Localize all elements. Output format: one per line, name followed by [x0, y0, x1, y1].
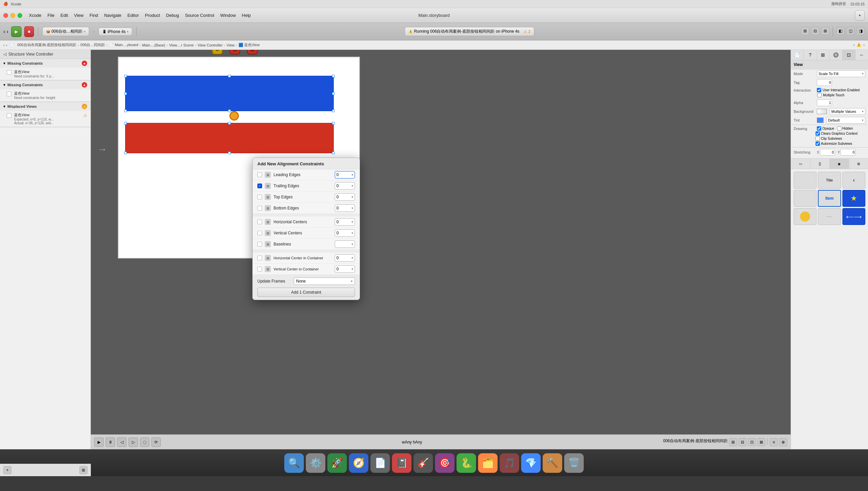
popup-row-baselines[interactable]: ⊠ Baselines ▾: [253, 239, 360, 250]
vc-icon-1[interactable]: ⊙: [212, 50, 223, 55]
preview-back-cell[interactable]: ‹: [842, 172, 865, 189]
red-handle-tl[interactable]: [124, 122, 127, 124]
bc-left[interactable]: ‹: [3, 43, 5, 47]
vcont-value[interactable]: 0▾: [335, 265, 355, 273]
bottom-checkbox[interactable]: [257, 206, 262, 210]
leading-value[interactable]: 0▾: [335, 171, 355, 178]
bc-right[interactable]: ›: [6, 43, 7, 47]
bc-item-1[interactable]: 006自动布局案例-底部按钮相同间距: [17, 42, 76, 48]
opaque-cb[interactable]: [817, 126, 821, 131]
bg-select[interactable]: Multiple Values ▾: [830, 108, 865, 115]
popup-row-bottom[interactable]: ⊠ Bottom Edges 0▾: [253, 203, 360, 214]
preview-gold-circle[interactable]: [800, 211, 810, 222]
canvas-icon-1[interactable]: ⊞: [729, 438, 737, 446]
bc-forward-btn[interactable]: ›: [863, 43, 865, 47]
location-btn[interactable]: ◌: [140, 437, 149, 447]
clip-cb[interactable]: [815, 136, 820, 141]
canvas-icon-4[interactable]: ⊠: [757, 438, 765, 446]
red-handle-tm[interactable]: [228, 122, 231, 124]
insp-attr-icon[interactable]: 🔘: [830, 50, 842, 60]
trailing-checkbox[interactable]: ✓: [257, 183, 262, 188]
tint-select[interactable]: Default ▾: [826, 117, 865, 123]
insp-quick-icon[interactable]: ?: [804, 50, 816, 60]
insp-size-icon[interactable]: ⊡: [842, 50, 855, 60]
bc-item-3[interactable]: 📄 Main....yboard: [109, 43, 138, 47]
bc-item-8[interactable]: 🟦 蓝色View: [239, 42, 260, 48]
baselines-value[interactable]: ▾: [335, 240, 355, 248]
insp-connect-icon[interactable]: ←: [856, 50, 868, 60]
dock-launchpad[interactable]: 🚀: [327, 453, 347, 473]
mode-control[interactable]: Scale To Fill ▾: [817, 70, 865, 77]
handle-bm[interactable]: [228, 110, 231, 112]
missing-1-item-1[interactable]: 蓝色View Need constraints for: X p...: [0, 68, 91, 80]
scheme-selector[interactable]: 📦 006自动…相同距 ▾: [42, 27, 89, 36]
popup-row-hcont[interactable]: ⊠ Horizontal Center in Container 0▾: [253, 253, 360, 264]
canvas-icon-2[interactable]: ⊟: [739, 438, 747, 446]
leading-checkbox[interactable]: [257, 172, 262, 177]
add-button[interactable]: +: [855, 10, 865, 21]
menu-navigate[interactable]: Navigate: [101, 12, 124, 19]
hcenter-value[interactable]: 0▾: [335, 218, 355, 226]
canvas-icon-5[interactable]: ≡: [770, 438, 778, 446]
menu-xcode[interactable]: Xcode: [26, 12, 44, 19]
show-navigator[interactable]: ◧: [836, 27, 844, 35]
back-nav[interactable]: ‹: [3, 29, 5, 35]
preview-title-cell[interactable]: Title: [818, 172, 841, 189]
play-btn[interactable]: ▶: [94, 437, 104, 447]
device-selector[interactable]: 📱 iPhone 4s ▾: [99, 28, 132, 36]
preview-arrows-cell[interactable]: ⟵⟶: [842, 208, 865, 225]
tint-swatch[interactable]: [817, 118, 824, 123]
red-handle-bl[interactable]: [124, 151, 127, 154]
missing-1-header[interactable]: ▾ Missing Constraints ●: [0, 59, 91, 68]
bc-back-btn[interactable]: ‹: [854, 43, 855, 47]
menu-find[interactable]: Find: [87, 12, 101, 19]
stretch-x[interactable]: [820, 149, 835, 155]
hidden-cb[interactable]: [837, 126, 841, 131]
canvas-icon-6[interactable]: ⊕: [779, 438, 787, 446]
step-fwd-btn[interactable]: ▷: [128, 437, 138, 447]
clears-cb[interactable]: [815, 131, 820, 136]
baselines-checkbox[interactable]: [257, 242, 262, 247]
show-utilities[interactable]: ◨: [857, 27, 865, 35]
bc-item-5[interactable]: View....r Scene: [169, 43, 194, 47]
connection-dot[interactable]: [229, 111, 239, 121]
dock-trash[interactable]: 🗑️: [564, 453, 584, 473]
hcenter-checkbox[interactable]: [257, 220, 262, 224]
handle-ml[interactable]: [124, 92, 127, 95]
menu-edit[interactable]: Edit: [58, 12, 71, 19]
dock-sys-prefs[interactable]: ⚙️: [306, 453, 326, 473]
popup-row-top[interactable]: ⊠ Top Edges 0▾: [253, 192, 360, 203]
hcont-checkbox[interactable]: [257, 256, 262, 260]
menu-file[interactable]: File: [45, 12, 57, 19]
apple-menu[interactable]: 🍎: [3, 2, 8, 6]
dock-sketch[interactable]: 💎: [521, 453, 541, 473]
red-view[interactable]: [125, 123, 334, 153]
handle-tl[interactable]: [124, 75, 127, 78]
red-handle-tr[interactable]: [332, 122, 335, 124]
handle-mr[interactable]: [332, 92, 335, 95]
stop-button[interactable]: ■: [24, 26, 34, 37]
handle-br[interactable]: [332, 110, 335, 112]
multiple-touch-cb[interactable]: [817, 93, 822, 97]
top-checkbox[interactable]: [257, 195, 262, 199]
vcenter-value[interactable]: 0▾: [335, 229, 355, 237]
dock-garageband[interactable]: 🎵: [500, 453, 519, 473]
menu-window[interactable]: Window: [218, 12, 239, 19]
red-handle-bm[interactable]: [228, 151, 231, 154]
missing-1-cb[interactable]: [7, 70, 11, 75]
add-constraint-button[interactable]: Add 1 Constraint: [257, 288, 355, 297]
minimize-button[interactable]: [10, 13, 15, 18]
red-handle-br[interactable]: [332, 151, 335, 154]
popup-row-vcenter[interactable]: ⊠ Vertical Centers 0▾: [253, 228, 360, 239]
insp-layout-icon[interactable]: {}: [810, 158, 830, 169]
tag-input[interactable]: [817, 79, 832, 86]
insp-id-icon[interactable]: ⊞: [817, 50, 830, 60]
missing-2-header[interactable]: ▾ Missing Constraints ●: [0, 81, 91, 89]
top-value[interactable]: 0▾: [335, 193, 355, 201]
preview-cell-2[interactable]: [794, 190, 816, 207]
menu-editor[interactable]: Editor: [125, 12, 142, 19]
rotate-btn[interactable]: ⟳: [151, 437, 161, 447]
forward-nav[interactable]: ›: [6, 29, 8, 35]
preview-dots-cell[interactable]: ···: [818, 208, 841, 225]
blue-view[interactable]: [125, 76, 334, 111]
